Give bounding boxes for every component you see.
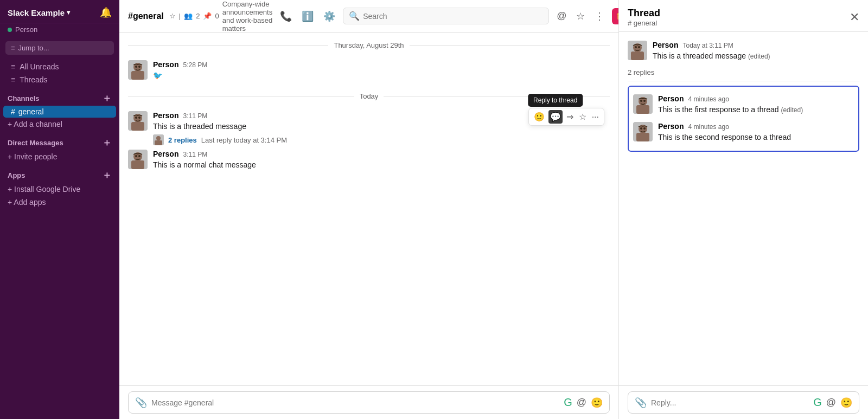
settings-btn[interactable]: ⚙️	[321, 8, 337, 24]
svg-point-21	[635, 46, 637, 48]
search-box[interactable]: 🔍	[343, 8, 549, 24]
all-unreads-icon: ≡	[11, 62, 15, 71]
date-thursday: Thursday, August 29th	[334, 41, 404, 49]
thread-reply-text-1: This is the first response to a thread (…	[658, 104, 854, 115]
add-channel-action[interactable]: + Add a channel	[0, 118, 119, 131]
workspace-chevron: ▾	[67, 9, 70, 16]
sidebar-item-threads[interactable]: ≡ Threads	[3, 73, 116, 86]
thread-body: Person Today at 3:11 PM This is a thread…	[619, 32, 868, 385]
svg-point-16	[135, 155, 137, 157]
emoji-input-btn[interactable]: 🙂	[591, 397, 603, 409]
message-body-normal: Person 3:11 PM This is a normal chat mes…	[153, 150, 610, 171]
message-time-0: 5:28 PM	[183, 61, 207, 69]
hash-icon: #	[11, 107, 15, 116]
forward-btn[interactable]: ⇒	[565, 110, 575, 124]
jump-to-label: Jump to...	[18, 44, 49, 52]
thread-reply-author-2: Person	[658, 122, 684, 131]
replies-link[interactable]: 2 replies	[168, 136, 197, 144]
thread-reply-avatar-2	[633, 122, 653, 141]
sidebar-item-general[interactable]: # general	[3, 106, 116, 118]
add-apps-action[interactable]: + Add apps	[0, 196, 119, 209]
thread-panel: Thread # general ✕ Person	[618, 0, 868, 419]
thread-attach-btn[interactable]: 📎	[635, 397, 647, 409]
star-message-btn[interactable]: ☆	[577, 110, 588, 124]
search-input[interactable]	[363, 12, 543, 21]
message-input-box: 📎 G @ 🙂	[128, 391, 610, 414]
thread-grammarly-btn[interactable]: G	[813, 396, 822, 409]
thread-close-btn[interactable]: ✕	[850, 10, 859, 24]
messages-area: Thursday, August 29th Person 5:28 PM	[119, 33, 618, 385]
thread-orig-edited: (edited)	[748, 53, 770, 60]
reply-to-thread-btn[interactable]: 💬	[548, 110, 563, 124]
thread-reply-input[interactable]	[651, 398, 809, 407]
svg-rect-25	[636, 105, 649, 114]
thread-at-btn[interactable]: @	[826, 397, 836, 408]
thread-original-message: Person Today at 3:11 PM This is a thread…	[628, 38, 859, 64]
channel-description: Company-wide announcements and work-base…	[222, 0, 273, 33]
more-btn[interactable]: ⋮	[592, 8, 607, 24]
dm-label: Direct Messages	[8, 139, 63, 147]
thread-title: Thread	[628, 8, 660, 19]
thread-emoji-btn[interactable]: 🙂	[840, 397, 852, 409]
thread-orig-avatar	[628, 41, 647, 60]
message-emoji-0: 🐦	[153, 70, 610, 81]
thread-orig-meta: Person Today at 3:11 PM	[653, 41, 859, 49]
mention-btn[interactable]: @	[577, 397, 586, 408]
thread-channel: # general	[628, 19, 660, 27]
add-dm-icon[interactable]: ＋	[102, 136, 112, 149]
user-name: Person	[15, 25, 37, 34]
emoji-reaction-btn[interactable]: 🙂	[532, 110, 546, 124]
pins-icon: 📌	[203, 12, 212, 20]
sidebar-item-all-unreads[interactable]: ≡ All Unreads	[3, 60, 116, 73]
phone-btn[interactable]: 📞	[278, 8, 294, 24]
thread-replies-count: 2 replies	[628, 68, 859, 81]
install-google-drive-action[interactable]: + Install Google Drive	[0, 183, 119, 196]
thread-reply-author-1: Person	[658, 94, 684, 103]
at-btn[interactable]: @	[554, 8, 569, 24]
star-btn[interactable]: ☆	[574, 8, 587, 24]
svg-point-11	[156, 136, 161, 140]
thread-orig-body: Person Today at 3:11 PM This is a thread…	[653, 41, 859, 62]
all-unreads-label: All Unreads	[20, 62, 59, 71]
star-icon[interactable]: ☆	[169, 12, 176, 20]
invite-people-action[interactable]: + Invite people	[0, 150, 119, 163]
svg-point-3	[135, 66, 137, 68]
gift-btn[interactable]: 🎁	[612, 8, 618, 24]
svg-point-32	[643, 127, 646, 130]
members-icon: 👥	[184, 12, 193, 20]
user-status-dot	[8, 28, 12, 32]
jump-to-button[interactable]: ≡ Jump to...	[5, 41, 114, 55]
workspace-name[interactable]: Slack Example ▾	[8, 8, 70, 17]
svg-rect-20	[631, 51, 644, 60]
thread-reply-body-2: Person 4 minutes ago This is the second …	[658, 122, 854, 143]
message-row-threaded: Person 3:11 PM This is a threaded messag…	[128, 109, 610, 147]
add-channel-icon[interactable]: ＋	[102, 92, 112, 105]
message-input[interactable]	[151, 398, 559, 407]
svg-point-31	[640, 127, 642, 130]
date-divider-today: Today	[128, 92, 610, 100]
notifications-bell[interactable]: 🔔	[100, 7, 112, 18]
more-actions-btn[interactable]: ···	[590, 111, 601, 124]
grammarly-btn[interactable]: G	[564, 396, 572, 409]
svg-point-17	[138, 155, 141, 157]
thread-reply-edited-1: (edited)	[781, 106, 803, 114]
apps-section: Apps ＋	[0, 163, 119, 183]
add-app-icon[interactable]: ＋	[102, 169, 112, 182]
thread-reply-time-2: 4 minutes ago	[688, 123, 729, 131]
search-icon: 🔍	[349, 11, 360, 21]
info-btn[interactable]: ℹ️	[299, 8, 316, 24]
thread-orig-author: Person	[653, 41, 678, 49]
thread-reply-2: Person 4 minutes ago This is the second …	[633, 119, 854, 146]
thread-input-box: 📎 G @ 🙂	[628, 391, 859, 414]
date-today: Today	[360, 92, 379, 100]
msg-time-normal: 3:11 PM	[183, 151, 207, 158]
msg-time-threaded: 3:11 PM	[183, 112, 207, 120]
thread-reply-avatar-1	[633, 94, 653, 114]
svg-point-22	[638, 46, 640, 48]
svg-rect-2	[131, 71, 144, 80]
message-input-area: 📎 G @ 🙂	[119, 385, 618, 419]
attach-file-btn[interactable]: 📎	[135, 397, 147, 409]
thread-reply-body-1: Person 4 minutes ago This is the first r…	[658, 94, 854, 115]
pins-count: 0	[215, 12, 219, 20]
svg-point-27	[643, 100, 646, 102]
